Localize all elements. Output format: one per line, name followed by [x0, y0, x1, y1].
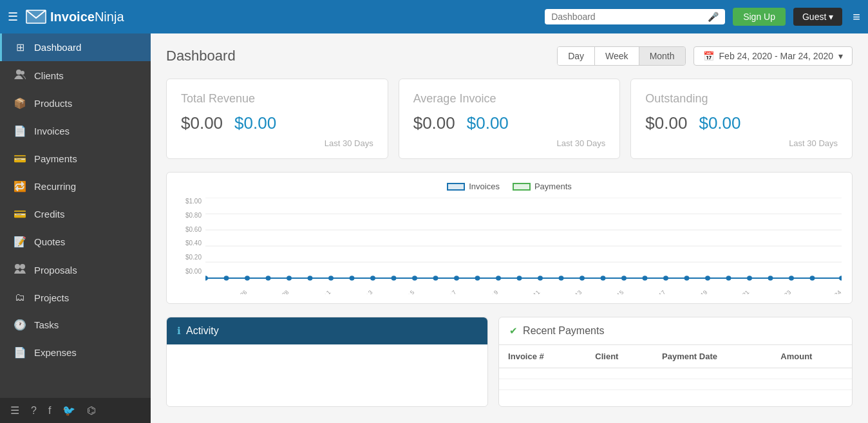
- svg-point-18: [328, 276, 334, 281]
- legend-invoices: Invoices: [447, 182, 500, 191]
- svg-point-37: [726, 276, 731, 281]
- svg-point-32: [621, 276, 627, 281]
- sidebar-item-quotes[interactable]: 📝 Quotes: [0, 228, 151, 256]
- footer-list-icon[interactable]: ☰: [10, 404, 19, 417]
- chart-area: $1.00 $0.80 $0.60 $0.40 $0.20 $0.00: [177, 198, 842, 294]
- footer-facebook-icon[interactable]: f: [48, 405, 51, 417]
- svg-point-29: [559, 276, 564, 281]
- footer-twitter-icon[interactable]: 🐦: [62, 404, 75, 417]
- svg-point-40: [789, 276, 794, 281]
- svg-point-25: [475, 276, 480, 281]
- recent-payments-panel: ✔ Recent Payments Invoice # Client Payme…: [498, 317, 853, 407]
- date-range-button[interactable]: 📅 Feb 24, 2020 - Mar 24, 2020 ▾: [693, 46, 853, 66]
- hamburger-icon[interactable]: ☰: [8, 10, 18, 24]
- stat-card-average-invoice: Average Invoice $0.00 $0.00 Last 30 Days: [399, 79, 621, 159]
- recent-payments-header: ✔ Recent Payments: [499, 317, 852, 345]
- page-title: Dashboard: [166, 48, 236, 64]
- expenses-icon: 📄: [14, 346, 26, 359]
- sidebar-item-credits[interactable]: 💳 Credits: [0, 200, 151, 228]
- sidebar-item-dashboard[interactable]: ⊞ Dashboard: [0, 33, 151, 61]
- main-content: Dashboard Day Week Month 📅 Feb 24, 2020 …: [151, 33, 868, 423]
- svg-point-24: [454, 276, 459, 281]
- payments-table: Invoice # Client Payment Date Amount: [499, 345, 852, 390]
- table-row: [499, 368, 852, 379]
- svg-point-19: [350, 276, 355, 281]
- period-tab-month[interactable]: Month: [639, 47, 685, 65]
- svg-point-28: [538, 276, 543, 281]
- svg-text:Mar 5: Mar 5: [401, 289, 416, 294]
- svg-point-21: [392, 276, 397, 281]
- sidebar-item-tasks[interactable]: 🕐 Tasks: [0, 311, 151, 339]
- period-tab-week[interactable]: Week: [595, 47, 639, 65]
- sidebar-item-recurring[interactable]: 🔁 Recurring: [0, 173, 151, 200]
- payments-check-icon: ✔: [509, 325, 518, 337]
- svg-text:Mar 7: Mar 7: [442, 289, 458, 294]
- guest-dropdown-icon: ▾: [829, 12, 833, 22]
- activity-panel: ℹ Activity: [166, 317, 488, 407]
- svg-text:Mar 15: Mar 15: [607, 289, 625, 294]
- svg-text:Mar 13: Mar 13: [565, 289, 583, 294]
- svg-point-26: [496, 276, 501, 281]
- svg-text:Mar 11: Mar 11: [524, 289, 541, 294]
- svg-point-27: [517, 276, 522, 281]
- search-bar: 🎤: [545, 9, 725, 24]
- svg-point-16: [287, 276, 292, 281]
- svg-text:Mar 3: Mar 3: [359, 289, 374, 294]
- dashboard-header: Dashboard Day Week Month 📅 Feb 24, 2020 …: [166, 46, 853, 66]
- svg-point-17: [308, 276, 313, 281]
- stat-cards: Total Revenue $0.00 $0.00 Last 30 Days A…: [166, 79, 853, 159]
- svg-point-12: [205, 276, 208, 281]
- stat-card-total-revenue: Total Revenue $0.00 $0.00 Last 30 Days: [166, 79, 388, 159]
- topnav-menu-icon[interactable]: ≡: [853, 10, 860, 24]
- svg-point-38: [747, 276, 752, 281]
- tasks-icon: 🕐: [14, 319, 26, 331]
- chart-svg: Feb 24 Feb 26 Feb 28 Mar 1 Mar 3 Mar 5 M…: [205, 198, 842, 294]
- credits-icon: 💳: [14, 208, 26, 220]
- legend-payments: Payments: [513, 182, 572, 191]
- guest-button[interactable]: Guest ▾: [793, 8, 842, 26]
- svg-point-39: [768, 276, 773, 281]
- sidebar-item-payments[interactable]: 💳 Payments: [0, 145, 151, 173]
- topnav: ☰ InvoiceNinja 🎤 Sign Up Guest ▾ ≡: [0, 0, 868, 33]
- activity-panel-header: ℹ Activity: [167, 317, 487, 344]
- svg-point-20: [370, 276, 375, 281]
- dashboard-icon: ⊞: [14, 41, 26, 53]
- invoices-icon: 📄: [14, 125, 26, 137]
- signup-button[interactable]: Sign Up: [733, 8, 786, 26]
- projects-icon: 🗂: [14, 292, 26, 303]
- sidebar-item-clients[interactable]: Clients: [0, 61, 151, 89]
- footer-help-icon[interactable]: ?: [31, 405, 37, 417]
- sidebar-item-proposals[interactable]: Proposals: [0, 256, 151, 284]
- chart-legend: Invoices Payments: [177, 182, 842, 191]
- svg-point-13: [224, 276, 229, 281]
- footer-github-icon[interactable]: ⌬: [87, 404, 96, 417]
- svg-point-5: [20, 264, 25, 269]
- main-layout: ⊞ Dashboard Clients 📦 Products 📄 Invoice…: [0, 33, 868, 423]
- svg-text:Mar 21: Mar 21: [733, 289, 750, 294]
- quotes-icon: 📝: [14, 236, 26, 248]
- svg-point-14: [245, 276, 250, 281]
- sidebar-item-products[interactable]: 📦 Products: [0, 89, 151, 117]
- period-tab-day[interactable]: Day: [558, 47, 595, 65]
- clients-icon: [14, 69, 26, 82]
- svg-point-4: [15, 264, 20, 269]
- sidebar-footer: ☰ ? f 🐦 ⌬: [0, 398, 151, 423]
- svg-point-42: [839, 276, 842, 281]
- sidebar-item-expenses[interactable]: 📄 Expenses: [0, 339, 151, 366]
- mic-icon: 🎤: [708, 12, 719, 22]
- svg-point-31: [601, 276, 606, 281]
- proposals-icon: [14, 263, 26, 276]
- svg-text:Feb 26: Feb 26: [231, 289, 248, 294]
- sidebar-item-projects[interactable]: 🗂 Projects: [0, 284, 151, 311]
- col-payment-date: Payment Date: [653, 345, 771, 368]
- svg-point-41: [810, 276, 815, 281]
- svg-point-35: [684, 276, 690, 281]
- logo-envelope-icon: [26, 10, 46, 24]
- svg-text:Mar 9: Mar 9: [484, 289, 500, 294]
- search-input[interactable]: [551, 12, 704, 22]
- svg-point-34: [663, 276, 668, 281]
- sidebar-item-invoices[interactable]: 📄 Invoices: [0, 117, 151, 145]
- svg-point-33: [643, 276, 648, 281]
- svg-point-15: [266, 276, 271, 281]
- svg-point-23: [433, 276, 439, 281]
